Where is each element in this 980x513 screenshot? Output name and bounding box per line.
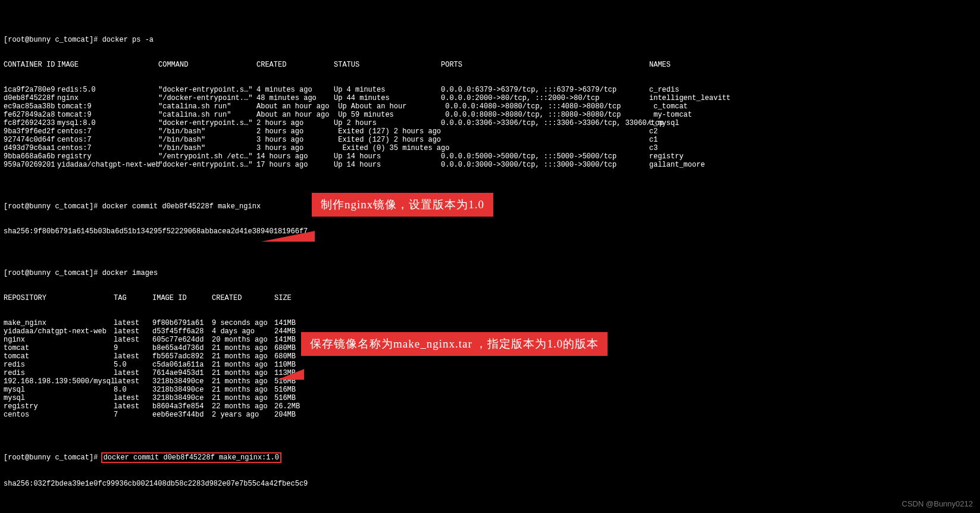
callout-pointer [277, 369, 304, 380]
sha-output: sha256:032f2bdea39e1e0fc99936cb0021408db… [4, 480, 976, 488]
ps-row: d0eb8f45228fnginx"/docker-entrypoint.…"4… [4, 94, 976, 102]
ps-row: 927474c0d64fcentos:7"/bin/bash"3 hours a… [4, 136, 976, 144]
ps-row: 9bba668a6a6bregistry"/entrypoint.sh /etc… [4, 152, 976, 161]
highlighted-command: docker commit d0eb8f45228f make_nginx:1.… [101, 452, 281, 463]
image-row: redis5.0c5da061a611a21 months ago110MB [4, 361, 976, 369]
image-row: mysql8.03218b38490ce21 months ago516MB [4, 386, 976, 394]
image-row: registrylatestb8604a3fe85422 months ago2… [4, 402, 976, 411]
sha-output: sha256:9f80b6791a6145b03ba6d51b134295f52… [4, 227, 976, 236]
image-row: 192.168.198.139:5000/mysqllatest3218b384… [4, 377, 976, 386]
command-text: docker images [102, 269, 158, 277]
ps-row: 959a70269201yidadaa/chatgpt-next-web"doc… [4, 161, 976, 169]
image-row: redislatest7614ae9453d121 months ago113M… [4, 369, 976, 377]
ps-row: fc8f26924233mysql:8.0"docker-entrypoint.… [4, 119, 976, 127]
images-header: REPOSITORYTAGIMAGE IDCREATEDSIZE [4, 294, 976, 302]
image-row: make_nginxlatest9f80b6791a619 seconds ag… [4, 319, 976, 327]
command-text: docker commit d0eb8f45228f make_nginx [102, 202, 261, 211]
ps-header: CONTAINER IDIMAGECOMMANDCREATEDSTATUSPOR… [4, 61, 976, 69]
callout-pointer [261, 231, 315, 242]
ps-row: fe627849a2a8tomcat:9"catalina.sh run"Abo… [4, 111, 976, 119]
shell-prompt: [root@bunny c_tomcat]# [4, 36, 102, 44]
annotation-callout-2: 保存镜像名称为make_nginx.tar ，指定版本为1.0的版本 [301, 332, 608, 356]
terminal[interactable]: [root@bunny c_tomcat]# docker ps -a CONT… [0, 0, 980, 513]
ps-row: ec9ac85aa38btomcat:9"catalina.sh run"Abo… [4, 102, 976, 111]
annotation-callout-1: 制作nginx镜像，设置版本为1.0 [312, 193, 493, 217]
ps-row: 1ca9f2a780e9redis:5.0"docker-entrypoint.… [4, 86, 976, 94]
prompt-line: [root@bunny c_tomcat]# docker images [4, 269, 976, 277]
watermark: CSDN @Bunny0212 [902, 500, 973, 508]
image-row: mysqllatest3218b38490ce21 months ago516M… [4, 394, 976, 402]
prompt-line: [root@bunny c_tomcat]# docker ps -a [4, 36, 976, 44]
prompt-line: [root@bunny c_tomcat]# docker commit d0e… [4, 452, 976, 463]
ps-row: d493d79c6aa1centos:7"/bin/bash"3 hours a… [4, 144, 976, 152]
command-text: docker ps -a [102, 36, 154, 44]
image-row: centos7eeb6ee3f44bd2 years ago204MB [4, 411, 976, 419]
ps-row: 9ba3f9f6ed2fcentos:7"/bin/bash"2 hours a… [4, 127, 976, 136]
